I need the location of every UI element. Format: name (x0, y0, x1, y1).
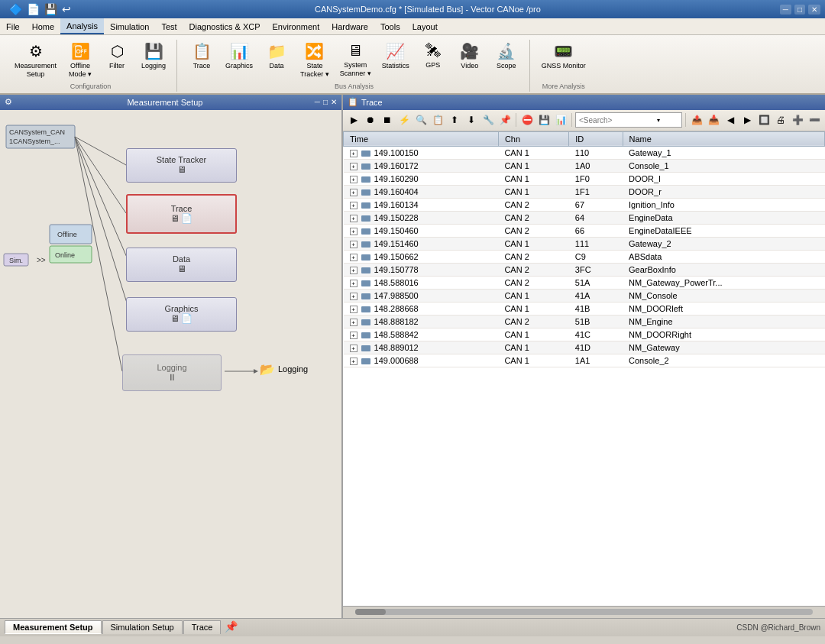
tb-nav-back[interactable]: ◀ (723, 112, 738, 128)
status-tab-trace[interactable]: Trace (183, 620, 222, 634)
tb-flash[interactable]: ⚡ (396, 112, 412, 128)
table-row[interactable]: + 148.889012 CAN 1 41D NM_Gateway (344, 341, 825, 354)
save-btn[interactable]: 💾 (43, 2, 59, 16)
tb-save-trace[interactable]: 💾 (536, 112, 552, 128)
row-expand-btn[interactable]: + (350, 358, 358, 365)
row-expand-btn[interactable]: + (350, 241, 358, 248)
menu-tools[interactable]: Tools (374, 18, 406, 34)
row-expand-btn[interactable]: + (350, 319, 358, 326)
table-row[interactable]: + 148.288668 CAN 1 41B NM_DOORleft (344, 302, 825, 315)
quicklaunch[interactable]: 🔷 📄 💾 ↩ (5, 1, 76, 18)
table-row[interactable]: + 149.150662 CAN 2 C9 ABSdata (344, 250, 825, 263)
tb-zoom-in[interactable]: 🔲 (756, 112, 772, 128)
tb-nav-fwd[interactable]: ▶ (739, 112, 755, 128)
tb-pin[interactable]: 📌 (497, 112, 513, 128)
tb-print[interactable]: 🖨 (773, 112, 788, 128)
row-expand-btn[interactable]: + (350, 332, 358, 339)
table-row[interactable]: + 149.160404 CAN 1 1F1 DOOR_r (344, 185, 825, 198)
table-row[interactable]: + 148.588016 CAN 2 51A NM_Gateway_PowerT… (344, 276, 825, 289)
ribbon-btn-system-scanner[interactable]: 🖥 SystemScanner ▾ (336, 40, 375, 80)
trace-h-scrollbar[interactable] (343, 606, 825, 618)
row-expand-btn[interactable]: + (350, 215, 358, 222)
status-tab-simulation-setup[interactable]: Simulation Setup (102, 620, 183, 634)
undo-btn[interactable]: ↩ (60, 2, 73, 16)
row-expand-btn[interactable]: + (350, 345, 358, 352)
row-expand-btn[interactable]: + (350, 267, 358, 274)
tb-search-btn[interactable]: 🔍 (413, 112, 429, 128)
tb-arrow-up[interactable]: ⬆ (447, 112, 462, 128)
table-row[interactable]: + 149.160134 CAN 2 67 Ignition_Info (344, 198, 825, 211)
table-row[interactable]: + 149.160290 CAN 1 1F0 DOOR_l (344, 172, 825, 185)
row-expand-btn[interactable]: + (350, 254, 358, 261)
maximize-btn[interactable]: □ (794, 5, 805, 15)
col-id[interactable]: ID (569, 131, 623, 146)
row-expand-btn[interactable]: + (350, 189, 358, 196)
table-row[interactable]: + 149.151460 CAN 1 111 Gateway_2 (344, 237, 825, 250)
tb-col-remove[interactable]: ➖ (807, 112, 822, 128)
ribbon-btn-state-tracker[interactable]: 🔀 StateTracker ▾ (296, 40, 333, 81)
table-row[interactable]: + 148.588842 CAN 1 41C NM_DOORRight (344, 328, 825, 341)
row-expand-btn[interactable]: + (350, 163, 358, 170)
panel-maximize[interactable]: □ (323, 98, 328, 106)
menu-home[interactable]: Home (26, 18, 60, 34)
ribbon-btn-logging[interactable]: 💾 Logging (137, 40, 170, 81)
h-scroll-track[interactable] (355, 609, 813, 615)
h-scroll-thumb[interactable] (355, 609, 386, 615)
row-expand-btn[interactable]: + (350, 202, 358, 209)
ribbon-btn-statistics[interactable]: 📈 Statistics (378, 40, 413, 81)
table-row[interactable]: + 149.150460 CAN 2 66 EngineDataIEEE (344, 224, 825, 237)
table-row[interactable]: + 149.160172 CAN 1 1A0 Console_1 (344, 159, 825, 172)
menu-simulation[interactable]: Simulation (104, 18, 155, 34)
trace-table-container[interactable]: Time Chn ID Name + 149.100150 CAN 1 110 … (343, 131, 825, 606)
table-row[interactable]: + 147.988500 CAN 1 41A NM_Console (344, 289, 825, 302)
panel-minimize[interactable]: ─ (315, 98, 320, 106)
ribbon-btn-graphics[interactable]: 📊 Graphics (222, 40, 257, 81)
table-row[interactable]: + 148.888182 CAN 2 51B NM_Engine (344, 315, 825, 328)
row-expand-btn[interactable]: + (350, 228, 358, 235)
tb-list[interactable]: 📋 (430, 112, 445, 128)
menu-layout[interactable]: Layout (406, 18, 444, 34)
menu-diagnostics[interactable]: Diagnostics & XCP (183, 18, 267, 34)
tb-col-add[interactable]: ➕ (790, 112, 805, 128)
status-tab-measurement-setup[interactable]: Measurement Setup (5, 620, 102, 634)
ribbon-btn-offline-mode[interactable]: 📴 OfflineMode ▾ (63, 40, 97, 81)
tb-stop[interactable]: ⏹ (380, 112, 395, 128)
row-expand-btn[interactable]: + (350, 306, 358, 313)
block-trace[interactable]: Trace 🖥 📄 (126, 194, 237, 234)
tb-export[interactable]: 📤 (689, 112, 704, 128)
table-row[interactable]: + 149.000688 CAN 1 1A1 Console_2 (344, 354, 825, 367)
tb-filter-btn[interactable]: ⬇ (464, 112, 479, 128)
minimize-btn[interactable]: ─ (780, 5, 791, 15)
panel-close[interactable]: ✕ (331, 98, 337, 106)
table-row[interactable]: + 149.150778 CAN 2 3FC GearBoxInfo (344, 263, 825, 276)
close-btn[interactable]: ✕ (808, 5, 820, 15)
block-state-tracker[interactable]: State Tracker 🖥 (126, 148, 237, 183)
new-btn[interactable]: 📄 (25, 2, 41, 16)
ribbon-btn-filter[interactable]: ⬡ Filter (100, 40, 134, 81)
ribbon-btn-trace[interactable]: 📋 Trace (185, 40, 218, 81)
block-logging[interactable]: Logging ⏸ (122, 354, 222, 391)
menu-analysis[interactable]: Analysis (60, 18, 104, 34)
trace-search-box[interactable]: ▾ (575, 112, 682, 128)
table-row[interactable]: + 149.100150 CAN 1 110 Gateway_1 (344, 146, 825, 159)
search-dropdown-btn[interactable]: ▾ (657, 117, 660, 124)
tb-record[interactable]: ⏺ (363, 112, 378, 128)
trace-search-input[interactable] (579, 116, 655, 125)
block-graphics[interactable]: Graphics 🖥 📄 (126, 297, 237, 332)
col-name[interactable]: Name (623, 131, 824, 146)
ribbon-btn-scope[interactable]: 🔬 Scope (490, 40, 523, 81)
menu-environment[interactable]: Environment (267, 18, 326, 34)
row-expand-btn[interactable]: + (350, 293, 358, 300)
tb-import[interactable]: 📥 (706, 112, 721, 128)
col-time[interactable]: Time (344, 131, 499, 146)
row-expand-btn[interactable]: + (350, 280, 358, 287)
panel-window-controls[interactable]: ─ □ ✕ (315, 98, 337, 106)
tb-play[interactable]: ▶ (346, 112, 361, 128)
block-data[interactable]: Data 🖥 (126, 248, 237, 282)
window-controls[interactable]: ─ □ ✕ (780, 5, 820, 15)
menu-hardware[interactable]: Hardware (325, 18, 374, 34)
ribbon-btn-video[interactable]: 🎥 Video (453, 40, 487, 81)
ribbon-btn-measurement-setup[interactable]: ⚙ MeasurementSetup (11, 40, 60, 81)
ribbon-btn-gps[interactable]: 🛰 GPS (416, 40, 450, 80)
row-expand-btn[interactable]: + (350, 150, 358, 157)
